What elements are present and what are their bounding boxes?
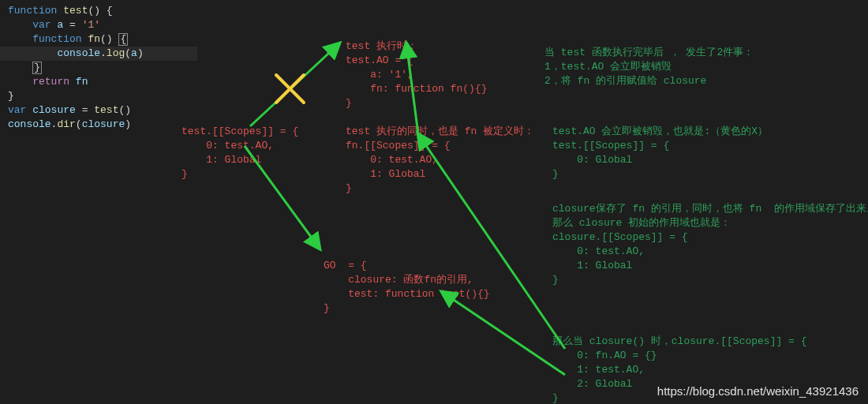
svg-line-6 bbox=[276, 75, 304, 103]
brace-close-box: } bbox=[32, 62, 42, 74]
green-note-1: 当 test 函数执行完毕后 ， 发生了2件事： 1，test.AO 会立即被销… bbox=[544, 32, 754, 88]
red-go: GO = { closure: 函数fn的引用, test: function … bbox=[324, 245, 490, 316]
red-fn-scopes: test 执行的同时，也是 fn 被定义时： fn.[[Scopes]] = {… bbox=[346, 110, 534, 196]
watermark: https://blog.csdn.net/weixin_43921436 bbox=[657, 384, 859, 398]
svg-line-5 bbox=[276, 75, 304, 103]
red-scopes-test: test.[[Scopes]] = { 0: test.AO, 1: Globa… bbox=[181, 110, 298, 181]
code-editor: function test() { var a = '1' function f… bbox=[8, 4, 197, 132]
red-test-ao: test 执行时： test.AO = { a: '1', fn: functi… bbox=[346, 25, 487, 110]
brace-open-box: { bbox=[118, 33, 128, 46]
green-note-2: test.AO 会立即被销毁，也就是:（黄色的X） test.[[Scopes]… bbox=[552, 110, 768, 181]
green-note-3: closure保存了 fn 的引用，同时，也将 fn 的作用域保存了出来。 那么… bbox=[552, 188, 868, 287]
